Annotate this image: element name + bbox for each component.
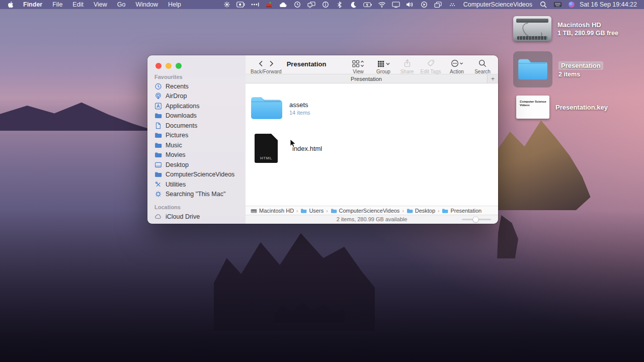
- path-segment-computersciencevideos[interactable]: ComputerScienceVideos: [331, 208, 400, 214]
- path-segment-desktop[interactable]: Desktop: [407, 208, 435, 214]
- folder-icon: [154, 132, 162, 139]
- path-segment-users[interactable]: Users: [300, 208, 324, 214]
- info-icon[interactable]: [318, 0, 333, 9]
- sidebar-item-computersciencevideos[interactable]: ComputerScienceVideos: [147, 170, 246, 180]
- path-segment-presentation[interactable]: Presentation: [442, 208, 481, 214]
- sidebar-item-downloads[interactable]: Downloads: [147, 111, 246, 121]
- view-button[interactable]: View: [346, 55, 370, 74]
- menu-window[interactable]: Window: [130, 0, 163, 9]
- more-dots-icon[interactable]: [248, 0, 262, 9]
- screen-record-icon[interactable]: [234, 0, 248, 9]
- search-button[interactable]: Search: [470, 55, 495, 74]
- dots-grid-icon[interactable]: [445, 0, 459, 9]
- traffic-lights: [147, 55, 246, 69]
- sidebar-item-movies[interactable]: Movies: [147, 150, 246, 160]
- apple-icon[interactable]: [7, 1, 14, 8]
- file-list-area[interactable]: assets 14 items HTML index.html: [246, 83, 498, 206]
- view-label: View: [353, 69, 364, 74]
- file-item-assets[interactable]: assets 14 items: [250, 95, 310, 122]
- volume-icon[interactable]: [403, 0, 417, 9]
- menu-finder[interactable]: Finder: [18, 0, 47, 9]
- sidebar-item-label: Documents: [166, 122, 197, 129]
- sidebar-header-locations: Locations: [147, 199, 246, 212]
- path-segment-label: Presentation: [450, 208, 481, 214]
- slider-knob[interactable]: [473, 217, 478, 222]
- sidebar-item-documents[interactable]: Documents: [147, 121, 246, 131]
- menu-bar-user[interactable]: ComputerScienceVideos: [459, 1, 536, 8]
- menu-help[interactable]: Help: [163, 0, 186, 9]
- app-red-icon[interactable]: [262, 0, 276, 9]
- new-tab-button[interactable]: +: [487, 74, 498, 83]
- wifi-icon[interactable]: [375, 0, 389, 9]
- menu-bar: Finder File Edit View Go Window Help Com…: [0, 0, 644, 9]
- sidebar-item-searching-this-mac[interactable]: Searching "This Mac": [147, 190, 246, 200]
- applications-icon: [154, 103, 162, 110]
- tag-icon: [427, 59, 435, 67]
- sidebar-item-label: Downloads: [166, 112, 197, 119]
- zoom-button[interactable]: [176, 63, 182, 69]
- sidebar-item-desktop[interactable]: Desktop: [147, 160, 246, 170]
- file-name: index.html: [292, 145, 322, 152]
- minimize-button[interactable]: [166, 63, 172, 69]
- finder-sidebar: Favourites Recents AirDrop Applications …: [147, 55, 246, 224]
- time-machine-icon[interactable]: [290, 0, 304, 9]
- back-icon[interactable]: [259, 60, 263, 67]
- path-separator: ›: [326, 208, 328, 214]
- desktop-icon-presentation-key[interactable]: Computer Science Videos Presentation.key: [516, 96, 608, 119]
- menu-edit[interactable]: Edit: [67, 0, 89, 9]
- menu-view[interactable]: View: [89, 0, 112, 9]
- group-button[interactable]: Group: [370, 55, 396, 74]
- path-segment-macintosh-hd[interactable]: Macintosh HD: [251, 208, 294, 214]
- keynote-thumb-text: Computer Science Videos: [520, 100, 549, 107]
- tab-presentation[interactable]: Presentation: [246, 76, 487, 82]
- battery-charging-icon[interactable]: [361, 0, 375, 9]
- cloud-icon[interactable]: [276, 0, 290, 9]
- keynote-file-icon: Computer Science Videos: [516, 96, 549, 119]
- sidebar-item-utilities[interactable]: Utilities: [147, 179, 246, 190]
- desktop-icon-macintosh-hd[interactable]: Macintosh HD 1 TB, 280.99 GB free: [513, 16, 618, 41]
- sidebar-item-airdrop[interactable]: AirDrop: [147, 92, 246, 102]
- desktop-icon-presentation[interactable]: Presentation 2 items: [513, 51, 603, 87]
- sidebar-item-recents[interactable]: Recents: [147, 81, 246, 92]
- action-button[interactable]: Action: [444, 55, 470, 74]
- sidebar-item-rehans-macbook-pro[interactable]: Rehan's MacBook Pro: [147, 222, 246, 224]
- menu-bar-clock[interactable]: Sat 16 Sep 19:44:22: [579, 1, 639, 8]
- path-segment-label: Users: [309, 208, 324, 214]
- sidebar-item-pictures[interactable]: Pictures: [147, 131, 246, 141]
- screen-time-icon[interactable]: [417, 0, 431, 9]
- file-item-index-html[interactable]: HTML index.html: [255, 134, 322, 163]
- edit-tags-button[interactable]: Edit Tags: [418, 55, 444, 74]
- sidebar-item-applications[interactable]: Applications: [147, 101, 246, 111]
- desktop-icon: [154, 161, 162, 168]
- desktop-label: Presentation 2 items: [558, 61, 603, 78]
- folder-icon: [517, 57, 548, 82]
- windows-icon[interactable]: [431, 0, 445, 9]
- input-menu-icon[interactable]: [550, 0, 565, 9]
- spotlight-icon[interactable]: [536, 0, 550, 9]
- icon-size-slider[interactable]: [462, 219, 491, 220]
- displays-icon[interactable]: [304, 0, 318, 9]
- bluetooth-icon[interactable]: [333, 0, 347, 9]
- sidebar-item-label: iCloud Drive: [166, 213, 200, 220]
- menu-go[interactable]: Go: [112, 0, 131, 9]
- folder-icon: [154, 171, 162, 178]
- sidebar-item-icloud-drive[interactable]: iCloud Drive: [147, 212, 246, 222]
- moon-icon[interactable]: [347, 0, 361, 9]
- sidebar-item-music[interactable]: Music: [147, 140, 246, 150]
- pinwheel-icon[interactable]: [220, 0, 234, 9]
- sidebar-item-label: Applications: [166, 103, 199, 110]
- siri-icon[interactable]: [569, 2, 575, 8]
- airplay-display-icon[interactable]: [389, 0, 403, 9]
- tab-bar: Presentation +: [246, 74, 498, 83]
- path-segment-label: ComputerScienceVideos: [339, 208, 400, 214]
- share-button[interactable]: Share: [396, 55, 418, 74]
- sidebar-item-label: Pictures: [166, 132, 188, 139]
- group-label: Group: [376, 69, 390, 74]
- close-button[interactable]: [155, 63, 162, 69]
- folder-icon: [154, 112, 162, 119]
- forward-icon[interactable]: [269, 60, 274, 67]
- desktop-label: Macintosh HD 1 TB, 280.99 GB free: [557, 21, 618, 37]
- back-forward-control: Back/Forward: [251, 55, 282, 74]
- macintosh-hd-label: Macintosh HD: [557, 21, 618, 29]
- menu-file[interactable]: File: [47, 0, 67, 9]
